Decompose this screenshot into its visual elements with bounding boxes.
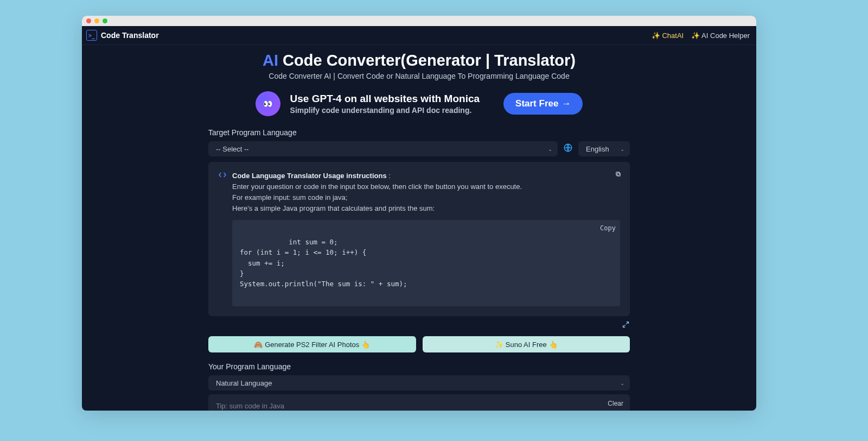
page-subtitle: Code Converter AI | Convert Code or Natu… <box>208 72 630 80</box>
cursor-icon: 👆 <box>361 341 370 349</box>
target-select-row: -- Select -- ⌄ English ⌄ <box>208 141 630 156</box>
code-input[interactable]: Clear Tip: sum code in Java <box>208 394 630 411</box>
ps2-filter-button[interactable]: 🙈 Generate PS2 Filter AI Photos 👆 <box>208 336 416 352</box>
your-language-label: Your Program Language <box>208 362 630 371</box>
chevron-down-icon: ⌄ <box>620 380 624 386</box>
title-rest: Code Converter(Generator | Translator) <box>278 52 576 69</box>
chevron-down-icon: ⌄ <box>620 146 624 152</box>
minimize-window-icon[interactable] <box>94 18 99 23</box>
promo-pills: 🙈 Generate PS2 Filter AI Photos 👆 ✨ Suno… <box>208 336 630 352</box>
instructions-line: For example input: sum code in java; <box>232 192 620 203</box>
code-brackets-icon <box>218 171 227 182</box>
brand[interactable]: >_ Code Translator <box>86 30 159 41</box>
expand-icon[interactable] <box>622 320 630 331</box>
copy-instructions-button[interactable] <box>614 169 622 178</box>
svg-rect-1 <box>617 173 620 176</box>
arrow-right-icon: → <box>561 98 571 109</box>
instructions-line: Here's a simple Java program that calcul… <box>232 203 620 214</box>
your-language-select[interactable]: Natural Language ⌄ <box>208 375 630 390</box>
window-titlebar <box>82 16 756 26</box>
promo-text: Use GPT-4 on all websites with Monica Si… <box>290 93 480 115</box>
cursor-icon: 👆 <box>549 341 558 349</box>
instructions-card: Code Language Translator Usage instructi… <box>208 162 630 316</box>
brand-text: Code Translator <box>101 31 159 40</box>
page-title: AI Code Converter(Generator | Translator… <box>208 52 630 70</box>
terminal-icon: >_ <box>86 30 97 41</box>
code-content: int sum = 0; for (int i = 1; i <= 10; i+… <box>240 238 407 288</box>
instructions-body: Code Language Translator Usage instructi… <box>232 171 620 306</box>
chatai-link[interactable]: ✨ ChatAI <box>652 32 684 40</box>
promo-avatar-icon: 👀 <box>256 91 280 116</box>
topbar: >_ Code Translator ✨ ChatAI ✨ AI Code He… <box>82 26 756 45</box>
svg-rect-2 <box>616 172 619 175</box>
title-ai: AI <box>263 52 278 69</box>
start-free-button[interactable]: Start Free → <box>503 93 583 115</box>
globe-icon[interactable] <box>563 143 573 155</box>
main-content: AI Code Converter(Generator | Translator… <box>82 45 756 411</box>
promo-line1: Use GPT-4 on all websites with Monica <box>290 93 480 105</box>
target-language-select[interactable]: -- Select -- ⌄ <box>208 141 558 156</box>
instructions-line: Enter your question or code in the input… <box>232 181 620 192</box>
top-links: ✨ ChatAI ✨ AI Code Helper <box>652 32 750 40</box>
chevron-down-icon: ⌄ <box>548 146 552 152</box>
example-code-block: Copyint sum = 0; for (int i = 1; i <= 10… <box>232 220 620 307</box>
copy-code-button[interactable]: Copy <box>600 223 616 234</box>
close-window-icon[interactable] <box>86 18 91 23</box>
suno-free-button[interactable]: ✨ Suno AI Free 👆 <box>423 336 630 352</box>
hero: AI Code Converter(Generator | Translator… <box>208 52 630 118</box>
promo-banner: 👀 Use GPT-4 on all websites with Monica … <box>208 89 630 118</box>
ai-code-helper-link[interactable]: ✨ AI Code Helper <box>691 32 750 40</box>
app-window: >_ Code Translator ✨ ChatAI ✨ AI Code He… <box>82 16 756 411</box>
target-language-label: Target Program Language <box>208 128 630 137</box>
promo-line2: Simplify code understanding and API doc … <box>290 106 480 115</box>
input-placeholder: Tip: sum code in Java <box>216 402 284 410</box>
instructions-title: Code Language Translator Usage instructi… <box>232 172 387 180</box>
maximize-window-icon[interactable] <box>103 18 107 23</box>
display-language-select[interactable]: English ⌄ <box>578 141 630 156</box>
clear-input-button[interactable]: Clear <box>608 400 623 407</box>
